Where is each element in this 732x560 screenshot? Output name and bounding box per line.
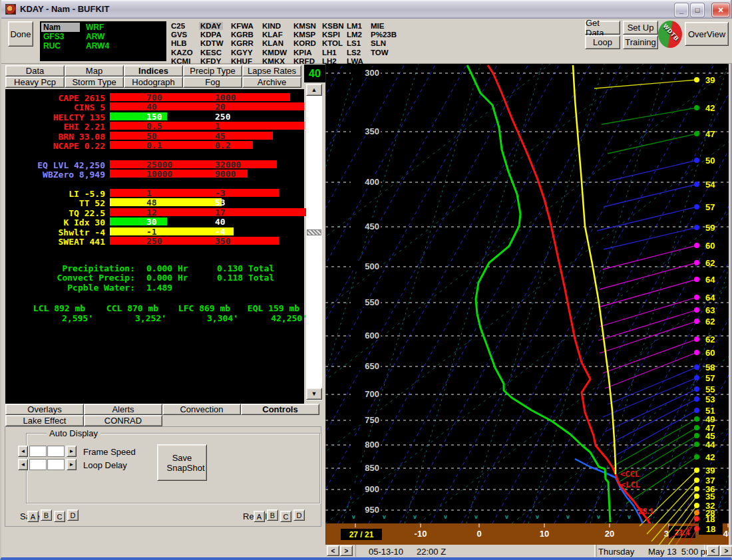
set-up-button[interactable]: Set Up bbox=[623, 21, 658, 35]
tab-precip-type[interactable]: Precip Type bbox=[183, 65, 242, 76]
loop-delay-thumb[interactable] bbox=[29, 459, 47, 470]
done-button[interactable]: Done bbox=[8, 21, 33, 47]
station-item[interactable]: LS2 bbox=[345, 49, 362, 57]
save-snapshot-button[interactable]: Save SnapShot bbox=[157, 444, 207, 481]
station-item[interactable]: KMSP bbox=[292, 31, 317, 39]
model-item[interactable]: RUC bbox=[41, 41, 63, 51]
frame-speed-right-icon[interactable]: ► bbox=[67, 446, 77, 457]
tab-overlays[interactable]: Overlays bbox=[5, 404, 84, 415]
local-prev-button[interactable]: < bbox=[707, 545, 719, 556]
slot-d-button[interactable]: D bbox=[67, 509, 79, 521]
slot-a-button[interactable]: A bbox=[254, 511, 265, 522]
tab-map[interactable]: Map bbox=[65, 65, 124, 76]
model-run-item[interactable]: WRF bbox=[84, 23, 106, 32]
slot-a-button[interactable]: A bbox=[27, 511, 39, 522]
close-button[interactable]: ✕ bbox=[712, 3, 729, 17]
station-item[interactable]: KHUF bbox=[230, 57, 254, 65]
tab-heavy-pcp[interactable]: Heavy Pcp bbox=[5, 76, 65, 88]
loop-delay-slider[interactable]: ◄ ► bbox=[18, 459, 77, 470]
get-data-button[interactable]: Get Data bbox=[585, 21, 620, 35]
minimize-button[interactable]: _ bbox=[675, 3, 688, 17]
hour-scrollbar[interactable]: ▲ ▼ bbox=[306, 84, 322, 400]
station-item[interactable]: TOW bbox=[369, 49, 390, 57]
scroll-down-icon[interactable]: ▼ bbox=[306, 388, 322, 400]
station-item[interactable]: KDTW bbox=[199, 39, 225, 47]
model-item[interactable]: Nam bbox=[41, 23, 80, 32]
tab-conrad[interactable]: CONRAD bbox=[84, 415, 162, 426]
model-run-item[interactable]: ARW4 bbox=[84, 41, 111, 51]
tab-data[interactable]: Data bbox=[5, 65, 65, 76]
station-item[interactable]: LH1 bbox=[321, 49, 338, 57]
station-item[interactable]: LM1 bbox=[345, 22, 363, 30]
tab-alerts[interactable]: Alerts bbox=[84, 404, 162, 415]
slot-c-button[interactable]: C bbox=[54, 511, 65, 522]
slot-d-button[interactable]: D bbox=[293, 509, 305, 521]
title-bar[interactable]: KDAY - Nam - BUFKIT _ □ ✕ bbox=[1, 0, 731, 19]
station-item[interactable]: KGYY bbox=[230, 49, 254, 57]
scrollbar-thumb[interactable] bbox=[307, 229, 321, 235]
station-item[interactable]: KORD bbox=[292, 39, 317, 47]
slot-c-button[interactable]: C bbox=[280, 511, 291, 522]
tab-indices[interactable]: Indices bbox=[124, 65, 183, 76]
station-item[interactable]: KGRB bbox=[230, 31, 255, 39]
station-item[interactable]: KMKX bbox=[261, 57, 286, 65]
maximize-button[interactable]: □ bbox=[691, 3, 704, 17]
tab-storm-type[interactable]: Storm Type bbox=[65, 76, 124, 88]
station-item[interactable]: KDPA bbox=[199, 31, 223, 39]
station-item[interactable]: KGRR bbox=[230, 39, 255, 47]
frame-speed-left-icon[interactable]: ◄ bbox=[18, 446, 28, 457]
model-item[interactable]: GFS3 bbox=[41, 32, 66, 41]
model-run-item[interactable]: ARW bbox=[84, 32, 106, 41]
model-list[interactable]: NamGFS3RUCWRFARWARW4 bbox=[40, 21, 166, 61]
station-item[interactable]: HLB bbox=[170, 39, 188, 47]
station-item[interactable]: KMDW bbox=[261, 49, 288, 57]
station-item[interactable]: KIND bbox=[261, 22, 282, 30]
tab-hodograph[interactable]: Hodograph bbox=[124, 76, 183, 88]
station-item[interactable]: KSBN bbox=[321, 22, 345, 30]
skewt-diagram[interactable]: 3003504004505005506006507007508008509009… bbox=[325, 64, 729, 545]
station-item[interactable]: KLAN bbox=[261, 39, 285, 47]
station-item[interactable]: KFWA bbox=[230, 22, 255, 30]
station-item[interactable]: C25 bbox=[170, 22, 186, 30]
station-item[interactable]: KRFD bbox=[292, 57, 316, 65]
station-item[interactable]: KSPI bbox=[321, 31, 341, 39]
loop-delay-thumb2[interactable] bbox=[47, 459, 65, 470]
station-item[interactable]: KTOL bbox=[321, 39, 344, 47]
tab-lapse-rates[interactable]: Lapse Rates bbox=[242, 65, 301, 76]
station-item[interactable]: KLAF bbox=[261, 31, 284, 39]
slot-b-button[interactable]: B bbox=[41, 509, 52, 521]
skewt-plot[interactable]: 3003504004505005506006507007508008509009… bbox=[325, 64, 729, 545]
training-button[interactable]: Training bbox=[623, 35, 658, 49]
station-item[interactable]: KESC bbox=[199, 49, 223, 57]
loop-delay-left-icon[interactable]: ◄ bbox=[18, 459, 28, 470]
time-next-button[interactable]: > bbox=[340, 545, 353, 556]
time-prev-button[interactable]: < bbox=[327, 545, 339, 556]
station-item[interactable]: LS1 bbox=[345, 39, 362, 47]
station-grid[interactable]: C25GVSHLBKAZOKCMIKDAYKDPAKDTWKESCKFDYKFW… bbox=[170, 22, 396, 66]
tab-lake-effect[interactable]: Lake Effect bbox=[5, 415, 84, 426]
frame-speed-thumb[interactable] bbox=[29, 446, 47, 457]
overview-button[interactable]: OverView bbox=[685, 22, 729, 46]
station-item[interactable]: KDAY bbox=[199, 22, 223, 30]
station-item[interactable]: P%23B bbox=[369, 31, 398, 39]
station-item[interactable]: KAZO bbox=[170, 49, 194, 57]
scroll-up-icon[interactable]: ▲ bbox=[306, 84, 322, 96]
station-item[interactable]: KMSN bbox=[292, 22, 317, 30]
tab-controls[interactable]: Controls bbox=[241, 404, 319, 415]
station-item[interactable]: LM2 bbox=[345, 31, 363, 39]
frame-speed-slider[interactable]: ◄ ► bbox=[18, 446, 77, 457]
station-item[interactable]: SLN bbox=[369, 39, 387, 47]
tab-archive[interactable]: Archive bbox=[242, 76, 301, 88]
tab-fog[interactable]: Fog bbox=[183, 76, 242, 88]
station-item[interactable]: KFDY bbox=[199, 57, 222, 65]
station-item[interactable]: KCMI bbox=[170, 57, 192, 65]
station-item[interactable]: MIE bbox=[369, 22, 385, 30]
station-item[interactable]: GVS bbox=[170, 31, 188, 39]
loop-delay-right-icon[interactable]: ► bbox=[67, 459, 77, 470]
frame-speed-thumb2[interactable] bbox=[47, 446, 65, 457]
loop-button[interactable]: Loop bbox=[585, 35, 620, 49]
tab-convection[interactable]: Convection bbox=[162, 404, 241, 415]
slot-b-button[interactable]: B bbox=[267, 509, 278, 521]
station-item[interactable]: KPIA bbox=[292, 49, 313, 57]
local-next-button[interactable]: > bbox=[720, 545, 732, 556]
